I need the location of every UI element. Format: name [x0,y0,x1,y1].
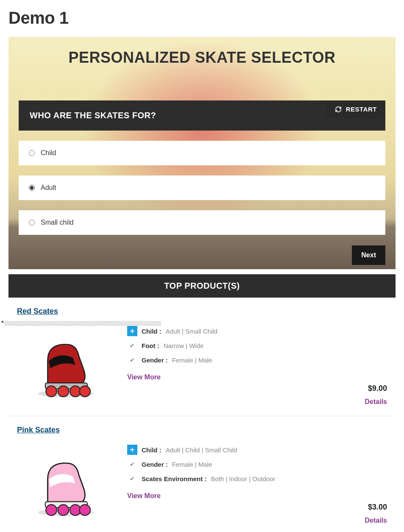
product-meta: $3.00Details [365,503,387,524]
check-icon: ✔ [127,355,137,365]
option-label: Child [41,149,56,157]
check-icon: ✔ [127,340,137,351]
product-title-link[interactable]: Red Scates [17,307,58,316]
attribute-line: +Child :Adult | Child | Small Child [127,445,387,455]
product-price: $9.00 [365,384,387,393]
product: Pink Scates +Child :Adult | Child | Smal… [8,416,396,532]
product-body: +Child :Adult | Small Child✔Foot :Narrow… [17,323,387,404]
svg-point-9 [58,504,69,515]
attribute-line: +Child :Adult | Small Child [127,326,387,336]
option-row[interactable]: Child [19,141,385,165]
option-radio[interactable] [29,220,35,226]
attribute-values: Narrow | Wide [164,342,204,349]
svg-point-2 [46,386,57,397]
check-icon: ✔ [127,474,137,484]
attribute-key: Scates Environment : [142,475,206,482]
attribute-line: ✔Gender :Female | Male [127,459,387,469]
plus-icon: + [127,326,137,336]
attribute-line: ✔Scates Environment :Both | Indoor | Out… [127,474,387,484]
attribute-line: ✔Gender :Female | Male [127,355,387,365]
option-label: Small child [41,219,73,226]
selector-heading: PERSONALIZED SKATE SELECTOR [19,49,385,67]
restart-label: RESTART [346,106,377,113]
attribute-key: Gender : [142,357,168,364]
option-label: Adult [41,184,56,192]
products-list: Red Scates +Child :Adult | Small Child✔F… [8,298,396,532]
attribute-key: Child : [142,446,162,454]
plus-icon: + [127,445,137,455]
next-button[interactable]: Next [352,245,385,265]
svg-point-5 [80,386,90,397]
product-meta: $9.00Details [365,384,387,406]
svg-point-3 [58,386,69,397]
product: Red Scates +Child :Adult | Small Child✔F… [8,298,396,416]
details-link[interactable]: Details [365,517,387,524]
attribute-key: Child : [142,328,162,335]
option-row[interactable]: Small child [19,210,385,235]
product-body: +Child :Adult | Child | Small Child✔Gend… [17,442,387,523]
product-thumbnail [17,323,114,404]
view-more-link[interactable]: View More [127,373,161,381]
attribute-key: Foot : [142,342,159,349]
product-attributes: +Child :Adult | Child | Small Child✔Gend… [127,442,387,500]
attribute-values: Both | Indoor | Outdoor [211,475,275,482]
view-more-link[interactable]: View More [127,492,161,500]
refresh-icon [335,106,342,113]
product-title-link[interactable]: Pink Scates [17,426,60,435]
attribute-values: Adult | Child | Small Child [166,446,237,454]
svg-point-11 [80,504,90,515]
product-thumbnail [17,442,114,523]
attribute-key: Gender : [142,461,168,468]
product-attributes: +Child :Adult | Small Child✔Foot :Narrow… [127,323,387,381]
details-link[interactable]: Details [365,398,387,405]
page-title: Demo 1 [8,8,396,28]
top-products-heading: TOP PRODUCT(S) [8,274,396,298]
option-radio[interactable] [29,150,35,156]
attribute-values: Female | Male [172,357,212,364]
svg-point-8 [46,504,57,515]
restart-button[interactable]: RESTART [326,100,385,118]
attribute-values: Female | Male [172,461,212,468]
attribute-values: Adult | Small Child [166,328,217,335]
selector-hero: PERSONALIZED SKATE SELECTOR RESTART WHO … [8,37,396,269]
option-row[interactable]: Adult [19,175,385,200]
check-icon: ✔ [127,459,137,469]
options-list: ChildAdultSmall child [19,141,385,235]
attribute-line: ✔Foot :Narrow | Wide [127,340,387,351]
option-radio[interactable] [29,185,35,191]
product-price: $3.00 [365,503,387,512]
